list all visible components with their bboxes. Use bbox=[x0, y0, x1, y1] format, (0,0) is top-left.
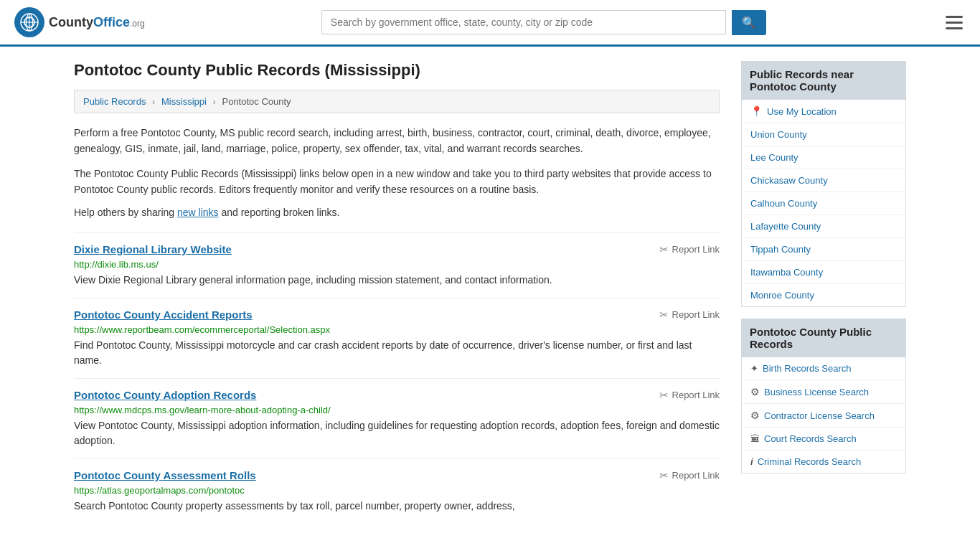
sidebar-item-use-location[interactable]: 📍 Use My Location bbox=[742, 100, 905, 123]
report-icon: ✂ bbox=[659, 389, 669, 402]
header: CountyOffice.org 🔍 bbox=[0, 0, 980, 47]
contractor-license-link[interactable]: Contractor License Search bbox=[764, 410, 875, 421]
page-title: Pontotoc County Public Records (Mississi… bbox=[74, 61, 720, 80]
help-text-pre: Help others by sharing bbox=[74, 207, 177, 218]
sidebar-item-criminal-records[interactable]: i Criminal Records Search bbox=[742, 451, 905, 473]
new-links-link[interactable]: new links bbox=[177, 207, 219, 218]
report-icon: ✂ bbox=[659, 469, 669, 482]
intro-text-2: The Pontotoc County Public Records (Miss… bbox=[74, 166, 720, 198]
record-title[interactable]: Pontotoc County Assessment Rolls bbox=[74, 469, 256, 481]
location-pin-icon: 📍 bbox=[750, 105, 763, 117]
sidebar-item-itawamba-county[interactable]: Itawamba County bbox=[742, 261, 905, 284]
business-license-link[interactable]: Business License Search bbox=[764, 387, 869, 397]
union-county-link[interactable]: Union County bbox=[750, 129, 807, 140]
record-url[interactable]: https://www.mdcps.ms.gov/learn-more-abou… bbox=[74, 405, 720, 415]
record-header: Pontotoc County Assessment Rolls ✂ Repor… bbox=[74, 469, 720, 482]
sidebar-nearby-content: 📍 Use My Location Union County Lee Count… bbox=[741, 100, 906, 307]
report-icon: ✂ bbox=[659, 243, 669, 256]
court-records-link[interactable]: Court Records Search bbox=[764, 433, 857, 444]
logo-icon bbox=[14, 7, 44, 37]
record-item: Pontotoc County Accident Reports ✂ Repor… bbox=[74, 298, 720, 378]
criminal-records-link[interactable]: Criminal Records Search bbox=[758, 456, 862, 467]
sidebar-item-tippah-county[interactable]: Tippah County bbox=[742, 238, 905, 261]
court-records-icon: 🏛 bbox=[750, 433, 760, 444]
sidebar-item-monroe-county[interactable]: Monroe County bbox=[742, 284, 905, 306]
breadcrumb-sep-1: › bbox=[152, 96, 155, 107]
breadcrumb-current: Pontotoc County bbox=[222, 96, 291, 107]
birth-records-icon: ✦ bbox=[750, 363, 758, 374]
records-list: Dixie Regional Library Website ✂ Report … bbox=[74, 232, 720, 524]
sidebar-records-section: Pontotoc County Public Records ✦ Birth R… bbox=[741, 319, 906, 474]
sidebar-records-header: Pontotoc County Public Records bbox=[741, 319, 906, 357]
calhoun-county-link[interactable]: Calhoun County bbox=[750, 198, 817, 209]
sidebar-item-birth-records[interactable]: ✦ Birth Records Search bbox=[742, 357, 905, 380]
sidebar-item-court-records[interactable]: 🏛 Court Records Search bbox=[742, 428, 905, 451]
logo-text: CountyOffice.org bbox=[49, 15, 145, 30]
itawamba-county-link[interactable]: Itawamba County bbox=[750, 267, 823, 278]
record-item: Pontotoc County Adoption Records ✂ Repor… bbox=[74, 378, 720, 458]
search-button[interactable]: 🔍 bbox=[732, 10, 766, 35]
breadcrumb-mississippi[interactable]: Mississippi bbox=[161, 96, 207, 107]
record-url[interactable]: http://dixie.lib.ms.us/ bbox=[74, 259, 720, 270]
report-link-button[interactable]: ✂ Report Link bbox=[659, 389, 720, 402]
record-desc: View Pontotoc County, Mississippi adopti… bbox=[74, 418, 720, 448]
report-label: Report Link bbox=[672, 309, 720, 320]
record-url[interactable]: https://www.reportbeam.com/ecommerceport… bbox=[74, 324, 720, 335]
sidebar: Public Records near Pontotoc County 📍 Us… bbox=[741, 61, 906, 524]
sidebar-item-lee-county[interactable]: Lee County bbox=[742, 146, 905, 169]
record-title[interactable]: Pontotoc County Adoption Records bbox=[74, 389, 256, 401]
report-label: Report Link bbox=[672, 470, 720, 481]
search-input[interactable] bbox=[321, 10, 726, 34]
menu-bar-2 bbox=[946, 22, 963, 24]
monroe-county-link[interactable]: Monroe County bbox=[750, 290, 814, 301]
business-license-icon: ⚙ bbox=[750, 386, 760, 397]
record-header: Pontotoc County Accident Reports ✂ Repor… bbox=[74, 309, 720, 321]
menu-bar-1 bbox=[946, 16, 963, 18]
criminal-records-icon: i bbox=[750, 456, 753, 467]
record-title[interactable]: Pontotoc County Accident Reports bbox=[74, 309, 253, 321]
report-label: Report Link bbox=[672, 244, 720, 255]
help-text-post: and reporting broken links. bbox=[219, 207, 340, 218]
sidebar-item-lafayette-county[interactable]: Lafayette County bbox=[742, 215, 905, 238]
sidebar-item-chickasaw-county[interactable]: Chickasaw County bbox=[742, 169, 905, 192]
sidebar-records-content: ✦ Birth Records Search ⚙ Business Licens… bbox=[741, 357, 906, 474]
use-my-location-link[interactable]: Use My Location bbox=[767, 106, 837, 117]
main-container: Pontotoc County Public Records (Mississi… bbox=[60, 47, 920, 538]
record-item: Pontotoc County Assessment Rolls ✂ Repor… bbox=[74, 458, 720, 524]
breadcrumb-sep-2: › bbox=[213, 96, 216, 107]
logo-area: CountyOffice.org bbox=[14, 7, 145, 37]
report-link-button[interactable]: ✂ Report Link bbox=[659, 469, 720, 482]
record-desc: View Dixie Regional Library general info… bbox=[74, 273, 720, 288]
lafayette-county-link[interactable]: Lafayette County bbox=[750, 221, 821, 232]
birth-records-link[interactable]: Birth Records Search bbox=[763, 363, 852, 374]
report-link-button[interactable]: ✂ Report Link bbox=[659, 243, 720, 256]
report-link-button[interactable]: ✂ Report Link bbox=[659, 309, 720, 321]
breadcrumb: Public Records › Mississippi › Pontotoc … bbox=[74, 90, 720, 113]
sidebar-item-business-license[interactable]: ⚙ Business License Search bbox=[742, 380, 905, 404]
sidebar-item-calhoun-county[interactable]: Calhoun County bbox=[742, 192, 905, 215]
menu-button[interactable] bbox=[943, 13, 966, 32]
lee-county-link[interactable]: Lee County bbox=[750, 152, 798, 163]
sidebar-nearby-header: Public Records near Pontotoc County bbox=[741, 61, 906, 100]
chickasaw-county-link[interactable]: Chickasaw County bbox=[750, 175, 828, 186]
content-area: Pontotoc County Public Records (Mississi… bbox=[74, 61, 720, 524]
report-label: Report Link bbox=[672, 390, 720, 400]
contractor-license-icon: ⚙ bbox=[750, 410, 760, 421]
record-desc: Find Pontotoc County, Mississippi motorc… bbox=[74, 338, 720, 368]
sidebar-item-contractor-license[interactable]: ⚙ Contractor License Search bbox=[742, 404, 905, 428]
tippah-county-link[interactable]: Tippah County bbox=[750, 244, 811, 255]
record-url[interactable]: https://atlas.geoportalmaps.com/pontotoc bbox=[74, 485, 720, 496]
record-title[interactable]: Dixie Regional Library Website bbox=[74, 243, 232, 255]
search-icon: 🔍 bbox=[742, 17, 756, 29]
record-item: Dixie Regional Library Website ✂ Report … bbox=[74, 232, 720, 298]
sidebar-nearby-section: Public Records near Pontotoc County 📍 Us… bbox=[741, 61, 906, 307]
search-bar-area: 🔍 bbox=[321, 10, 766, 35]
help-text: Help others by sharing new links and rep… bbox=[74, 207, 720, 218]
report-icon: ✂ bbox=[659, 309, 669, 321]
breadcrumb-public-records[interactable]: Public Records bbox=[83, 96, 146, 107]
intro-text-1: Perform a free Pontotoc County, MS publi… bbox=[74, 125, 720, 157]
record-desc: Search Pontotoc County property assessme… bbox=[74, 499, 720, 514]
sidebar-item-union-county[interactable]: Union County bbox=[742, 123, 905, 146]
record-header: Dixie Regional Library Website ✂ Report … bbox=[74, 243, 720, 256]
menu-bar-3 bbox=[946, 27, 963, 29]
